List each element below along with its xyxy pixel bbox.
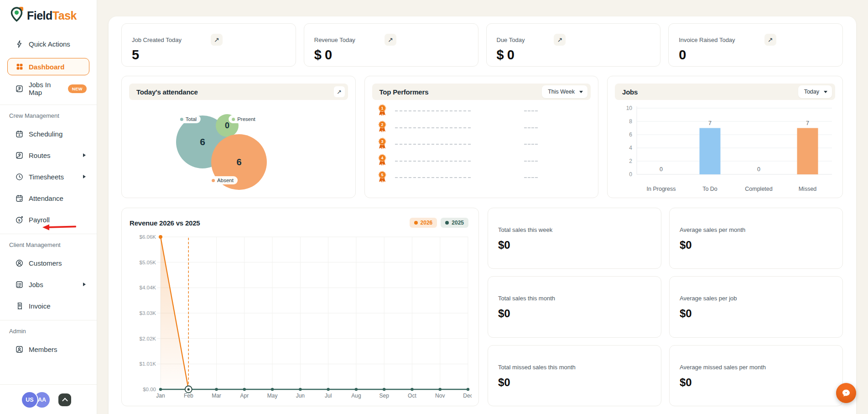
svg-text:May: May (267, 393, 278, 399)
svg-text:2: 2 (629, 158, 632, 164)
sidebar-item-label: Scheduling (29, 130, 62, 138)
sidebar-item-members[interactable]: Members (9, 342, 88, 356)
sidebar-item-payroll[interactable]: $Payroll (9, 212, 88, 227)
revenue-chart-svg: $6.06K$5.05K$4.04K$3.03K$2.02K$1.01K$0.0… (130, 231, 472, 403)
chat-bubble-icon (841, 388, 852, 398)
sidebar-footer: US AA (0, 384, 97, 414)
top-performers-header: Top Performers This Week (372, 84, 591, 100)
sidebar-item-invoice[interactable]: Invoice (9, 299, 88, 313)
sidebar-item-label: Members (29, 346, 57, 353)
medal-rank-5-icon: 5 (377, 170, 387, 185)
sales-card-label: Total missed sales this month (498, 364, 651, 371)
performer-row-2: 2 (377, 120, 591, 136)
chevron-right-icon (83, 283, 86, 286)
sales-card-total-missed-sales-this-month: Total missed sales this month$0 (488, 345, 661, 406)
sidebar-item-jobs[interactable]: Jobs (9, 277, 88, 292)
svg-text:1: 1 (381, 106, 383, 110)
stat-card-value: 0 (679, 47, 832, 63)
bubble-label-present: Present (229, 115, 260, 123)
stat-card-header: Job Created Today↗ (132, 34, 286, 46)
sidebar-item-timesheets[interactable]: Timesheets (9, 169, 88, 184)
jobs-filter-dropdown[interactable]: Today (798, 85, 832, 98)
performer-score-placeholder (524, 177, 538, 178)
section-divider (0, 234, 97, 234)
svg-text:$4.04K: $4.04K (140, 285, 156, 290)
map-pin-icon (15, 84, 24, 93)
sidebar-item-customers[interactable]: Customers (9, 256, 88, 270)
svg-text:$6.06K: $6.06K (140, 234, 156, 240)
performer-name-placeholder (395, 144, 471, 145)
svg-text:Completed: Completed (745, 186, 772, 192)
customer-icon (15, 259, 24, 267)
sidebar-item-label: Payroll (29, 216, 50, 224)
svg-text:$3.03K: $3.03K (140, 310, 156, 316)
open-attendance-arrow-icon[interactable]: ↗ (334, 86, 345, 97)
sales-card-value: $0 (498, 239, 651, 252)
svg-text:Jun: Jun (296, 393, 305, 399)
bubble-label-total: Total (177, 115, 201, 123)
revenue-legend: 2026 2025 (410, 218, 468, 228)
stat-card-value: 5 (132, 47, 286, 63)
svg-text:Nov: Nov (435, 393, 445, 399)
sidebar-item-quick-actions[interactable]: Quick Actions (9, 37, 88, 51)
stat-card-row: Job Created Today↗5Revenue Today↗$ 0Due … (121, 23, 843, 67)
svg-text:Missed: Missed (799, 186, 817, 192)
bubble-label-absent: Absent (208, 176, 238, 184)
collapse-sidebar-button[interactable] (58, 393, 71, 406)
bubble-label-text: Total (186, 116, 197, 122)
stat-card-revenue-today: Revenue Today↗$ 0 (304, 23, 478, 67)
svg-text:7: 7 (806, 120, 809, 126)
legend-dot (180, 118, 183, 121)
avatar[interactable]: US (22, 392, 37, 408)
sales-card-value: $0 (680, 307, 832, 320)
svg-text:Sep: Sep (379, 393, 390, 399)
medal-rank-1-icon: 1 (377, 104, 387, 119)
sidebar-item-dashboard[interactable]: Dashboard (7, 58, 89, 75)
svg-text:Feb: Feb (184, 393, 193, 399)
panel-title: Top Performers (379, 88, 429, 96)
open-due-today-arrow-icon[interactable]: ↗ (554, 34, 566, 46)
performer-row-4: 4 (377, 153, 591, 170)
sidebar-item-label: Timesheets (29, 173, 64, 181)
svg-text:3: 3 (381, 139, 383, 144)
top-performers-filter-dropdown[interactable]: This Week (542, 85, 587, 98)
logo-pin-icon (10, 6, 24, 25)
sidebar-item-jobs-in-map[interactable]: Jobs In Map NEW (9, 81, 88, 96)
dropdown-value: Today (804, 89, 819, 95)
sidebar-item-attendance[interactable]: Attendance (9, 191, 88, 205)
bubble-value-present: 0 (225, 121, 229, 131)
chat-button[interactable] (836, 383, 856, 403)
svg-text:7: 7 (708, 120, 712, 126)
sidebar-item-scheduling[interactable]: 8Scheduling (9, 126, 88, 141)
open-invoice-raised-today-arrow-icon[interactable]: ↗ (764, 34, 776, 46)
svg-text:2: 2 (381, 122, 383, 127)
main-panel: Job Created Today↗5Revenue Today↗$ 0Due … (109, 16, 856, 414)
clock-icon (15, 173, 24, 181)
sales-card-label: Average sales per job (680, 295, 832, 302)
jobs-panel: Jobs Today 10864200In Progress7To Do0Com… (607, 76, 843, 198)
bubble-label-text: Absent (217, 178, 234, 183)
svg-text:Apr: Apr (240, 393, 249, 399)
payroll-icon: $ (15, 215, 24, 224)
sidebar-item-routes[interactable]: Routes (9, 148, 88, 162)
sidebar-item-label: Quick Actions (29, 40, 70, 48)
bubble-value-total: 6 (200, 136, 205, 147)
open-revenue-today-arrow-icon[interactable]: ↗ (385, 34, 396, 46)
sidebar: FieldTask Quick Actions Dashboard Jobs I… (0, 0, 97, 414)
svg-text:0: 0 (757, 166, 760, 173)
sidebar-item-label: Attendance (29, 194, 63, 202)
dropdown-value: This Week (548, 89, 575, 95)
open-job-created-today-arrow-icon[interactable]: ↗ (211, 34, 223, 46)
svg-text:$: $ (18, 218, 21, 222)
sidebar-item-label: Jobs (29, 281, 43, 288)
sales-card-value: $0 (680, 239, 832, 252)
sidebar-item-label: Jobs In Map (29, 81, 63, 96)
performer-row-1: 1 (377, 103, 591, 120)
stat-card-value: $ 0 (314, 47, 468, 63)
sales-card-label: Average sales per month (680, 226, 832, 233)
revenue-chart-card: Revenue 2026 vs 2025 2026 2025 (121, 208, 479, 406)
app-logo: FieldTask (10, 6, 88, 25)
sales-card-average-sales-per-month: Average sales per month$0 (669, 208, 843, 269)
revenue-line-chart: $6.06K$5.05K$4.04K$3.03K$2.02K$1.01K$0.0… (130, 231, 471, 405)
svg-text:4: 4 (381, 156, 383, 160)
